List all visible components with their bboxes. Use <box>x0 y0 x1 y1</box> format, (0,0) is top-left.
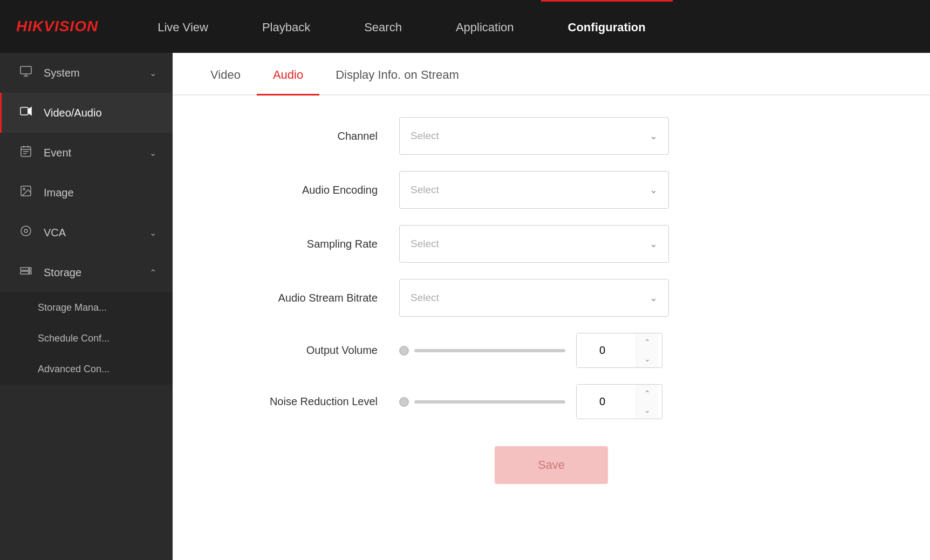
sidebar-event-label: Event <box>44 147 149 159</box>
audio-encoding-select-value: Select <box>411 184 439 196</box>
svg-point-17 <box>29 269 30 270</box>
sidebar-image-label: Image <box>44 187 156 199</box>
nav-live-view[interactable]: Live View <box>131 0 235 53</box>
audio-encoding-chevron-icon: ⌄ <box>649 184 658 196</box>
noise-reduction-slider[interactable] <box>414 400 565 404</box>
nav-bar: Live View Playback Search Application Co… <box>131 0 673 53</box>
save-row: Save <box>216 446 887 484</box>
sidebar-item-vca[interactable]: VCA ⌄ <box>0 213 173 252</box>
nav-search[interactable]: Search <box>337 0 429 53</box>
image-icon <box>18 185 34 201</box>
output-volume-decrement[interactable]: ⌄ <box>637 351 658 368</box>
vca-chevron-icon: ⌄ <box>149 228 156 238</box>
video-audio-icon <box>18 105 34 121</box>
svg-rect-3 <box>20 107 28 115</box>
noise-reduction-input[interactable] <box>577 385 636 419</box>
noise-reduction-decrement[interactable]: ⌄ <box>637 402 658 419</box>
output-volume-slider-dot <box>399 346 409 356</box>
tab-video[interactable]: Video <box>194 53 257 95</box>
svg-rect-0 <box>20 66 31 74</box>
noise-reduction-increment[interactable]: ⌃ <box>637 385 658 402</box>
sidebar-video-audio-label: Video/Audio <box>44 107 156 119</box>
channel-select[interactable]: Select ⌄ <box>399 117 669 155</box>
audio-bitrate-select[interactable]: Select ⌄ <box>399 279 669 317</box>
noise-reduction-slider-group: ⌃ ⌄ <box>399 384 669 419</box>
svg-point-18 <box>29 272 30 274</box>
sampling-rate-select[interactable]: Select ⌄ <box>399 225 669 263</box>
nav-application[interactable]: Application <box>429 0 541 53</box>
sidebar: System ⌄ Video/Audio Event ⌄ <box>0 53 173 560</box>
noise-reduction-slider-wrapper <box>399 397 565 407</box>
noise-reduction-row: Noise Reduction Level ⌃ ⌄ <box>216 384 887 419</box>
output-volume-row: Output Volume ⌃ ⌄ <box>216 333 887 368</box>
output-volume-control: ⌃ ⌄ <box>399 333 669 368</box>
storage-icon <box>18 264 34 281</box>
audio-bitrate-control: Select ⌄ <box>399 279 669 317</box>
nav-playback[interactable]: Playback <box>235 0 337 53</box>
storage-sub-items: Storage Mana... Schedule Conf... Advance… <box>0 292 173 385</box>
tab-bar: Video Audio Display Info. on Stream <box>173 53 930 95</box>
audio-encoding-label: Audio Encoding <box>216 184 399 196</box>
sampling-rate-row: Sampling Rate Select ⌄ <box>216 225 887 263</box>
sidebar-sub-schedule-conf[interactable]: Schedule Conf... <box>0 323 173 354</box>
event-chevron-icon: ⌄ <box>149 148 156 158</box>
sidebar-item-storage[interactable]: Storage ⌃ <box>0 252 173 292</box>
noise-reduction-slider-dot <box>399 397 409 407</box>
channel-label: Channel <box>216 130 399 142</box>
event-icon <box>18 145 34 161</box>
noise-reduction-control: ⌃ ⌄ <box>399 384 669 419</box>
audio-encoding-control: Select ⌄ <box>399 171 669 209</box>
noise-reduction-spinners: ⌃ ⌄ <box>636 385 658 419</box>
audio-bitrate-select-value: Select <box>411 292 439 304</box>
top-navigation: HIKVISION Live View Playback Search Appl… <box>0 0 930 53</box>
output-volume-slider-group: ⌃ ⌄ <box>399 333 669 368</box>
nav-configuration[interactable]: Configuration <box>541 0 673 53</box>
sidebar-item-event[interactable]: Event ⌄ <box>0 133 173 173</box>
sidebar-system-label: System <box>44 67 149 79</box>
system-chevron-icon: ⌄ <box>149 68 156 78</box>
sidebar-sub-storage-manager[interactable]: Storage Mana... <box>0 292 173 323</box>
noise-reduction-number-box: ⌃ ⌄ <box>576 384 662 419</box>
channel-select-value: Select <box>411 130 439 142</box>
output-volume-increment[interactable]: ⌃ <box>637 333 658 351</box>
sidebar-item-video-audio[interactable]: Video/Audio <box>0 93 173 133</box>
logo: HIKVISION <box>16 18 98 35</box>
audio-bitrate-label: Audio Stream Bitrate <box>216 292 399 304</box>
system-icon <box>18 65 34 81</box>
noise-reduction-label: Noise Reduction Level <box>216 395 399 408</box>
audio-encoding-select[interactable]: Select ⌄ <box>399 171 669 209</box>
sampling-rate-control: Select ⌄ <box>399 225 669 263</box>
main-layout: System ⌄ Video/Audio Event ⌄ <box>0 53 930 560</box>
svg-marker-4 <box>28 107 31 115</box>
vca-icon <box>18 224 34 241</box>
tab-audio[interactable]: Audio <box>257 53 319 95</box>
sidebar-sub-advanced-con[interactable]: Advanced Con... <box>0 354 173 385</box>
sidebar-item-image[interactable]: Image <box>0 173 173 213</box>
save-button[interactable]: Save <box>495 446 608 484</box>
sidebar-storage-label: Storage <box>44 267 149 279</box>
content-area: Video Audio Display Info. on Stream Chan… <box>173 53 930 560</box>
audio-encoding-row: Audio Encoding Select ⌄ <box>216 171 887 209</box>
channel-control: Select ⌄ <box>399 117 669 155</box>
audio-bitrate-chevron-icon: ⌄ <box>649 292 658 304</box>
output-volume-spinners: ⌃ ⌄ <box>636 333 658 367</box>
sidebar-item-system[interactable]: System ⌄ <box>0 53 173 93</box>
output-volume-label: Output Volume <box>216 344 399 357</box>
audio-form: Channel Select ⌄ Audio Encoding Select ⌄ <box>173 95 930 560</box>
audio-bitrate-row: Audio Stream Bitrate Select ⌄ <box>216 279 887 317</box>
brand-name: HIKVISION <box>16 18 98 35</box>
output-volume-slider[interactable] <box>414 349 565 352</box>
tab-display-info[interactable]: Display Info. on Stream <box>319 53 475 95</box>
sampling-rate-select-value: Select <box>411 238 439 250</box>
svg-point-13 <box>21 226 31 236</box>
svg-point-14 <box>24 229 28 233</box>
channel-row: Channel Select ⌄ <box>216 117 887 155</box>
svg-point-12 <box>23 188 25 190</box>
output-volume-number-box: ⌃ ⌄ <box>576 333 662 368</box>
sampling-rate-chevron-icon: ⌄ <box>649 238 658 250</box>
output-volume-input[interactable] <box>577 333 636 367</box>
channel-chevron-icon: ⌄ <box>649 130 658 142</box>
sidebar-vca-label: VCA <box>44 227 149 239</box>
sampling-rate-label: Sampling Rate <box>216 238 399 250</box>
output-volume-slider-wrapper <box>399 346 565 356</box>
